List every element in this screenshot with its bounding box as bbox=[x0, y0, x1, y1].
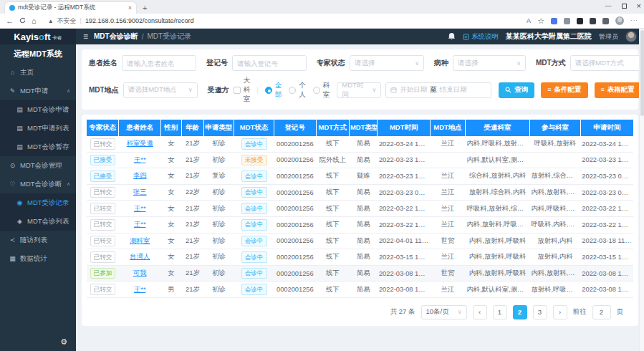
more-menu-icon[interactable]: ··· bbox=[630, 18, 638, 24]
date-range-picker[interactable]: 开始日期 至 结束日期 bbox=[385, 82, 491, 98]
sidebar-item-mdt-apply[interactable]: ✎MDT申请∧ bbox=[0, 82, 76, 100]
status-badge: 会诊中 bbox=[241, 219, 267, 231]
scrollbar-thumb[interactable] bbox=[640, 30, 644, 116]
invitee-radio-全部[interactable]: 全部 bbox=[265, 81, 282, 100]
system-help-link[interactable]: 系统说明 bbox=[463, 32, 499, 42]
patient-name-input[interactable] bbox=[127, 59, 191, 67]
table-row[interactable]: 已转交台湾人女21岁初诊会诊中0002001256线下简易2022-03-15 … bbox=[87, 249, 633, 266]
join-depts-cell: 放射科,综合科,内科 bbox=[529, 168, 580, 185]
notification-bell-icon[interactable] bbox=[448, 32, 456, 41]
mdt-mode-cell: 院外线上 bbox=[316, 152, 349, 168]
search-icon bbox=[505, 87, 511, 93]
browser-profile-avatar[interactable] bbox=[615, 16, 624, 25]
sidebar-item-mdt-consult-draft[interactable]: ▤MDT会诊暂存 bbox=[0, 138, 76, 156]
extension-icon[interactable] bbox=[564, 18, 570, 24]
extension-icon[interactable] bbox=[577, 18, 583, 24]
sidebar-item-follow-up-list[interactable]: ≺随访列表 bbox=[0, 231, 76, 249]
table-config-button[interactable]: ≡ 表格配置 bbox=[595, 82, 641, 98]
mdt-mode-select[interactable]: 请选择MDT方式 ∨ bbox=[570, 55, 644, 71]
close-window-button[interactable]: × bbox=[637, 1, 641, 10]
sliders-icon: ≡ bbox=[547, 87, 551, 93]
sidebar-item-mdt-diagnosis[interactable]: ♡MDT会诊诊断∧ bbox=[0, 175, 76, 193]
user-avatar[interactable] bbox=[625, 31, 637, 42]
table-row[interactable]: 已转交测科室女21岁初诊会诊中0002001256线下简易2022-04-01 … bbox=[87, 233, 633, 249]
table-row[interactable]: 已接受王**女21岁初诊未接受0002001256院外线上简易2022-03-2… bbox=[87, 152, 633, 168]
table-row[interactable]: 已转交张三女22岁初诊会诊中0002001256线下简易2022-03-23 0… bbox=[87, 184, 633, 201]
sidebar-item-mdt-apply-list[interactable]: ▤MDT申请列表 bbox=[0, 119, 76, 138]
favorite-star-icon[interactable]: ☆ bbox=[537, 17, 544, 25]
sidebar-item-mdt-consult-apply[interactable]: ▤MDT会诊申请 bbox=[0, 100, 76, 119]
invitee-radio-个人[interactable]: 个人 bbox=[289, 81, 306, 100]
register-no-cell: 0002001256 bbox=[274, 168, 317, 185]
sidebar-item-mdt-consult-list[interactable]: ◈MDT会诊列表 bbox=[0, 212, 76, 231]
breadcrumb-section[interactable]: MDT会诊诊断 bbox=[94, 32, 138, 42]
patient-name-link[interactable]: 王** bbox=[134, 221, 146, 228]
table-row[interactable]: 已转交王**男21岁初诊会诊中0002001256线下简易2022-03-08 … bbox=[87, 282, 633, 298]
search-button[interactable]: 查询 bbox=[499, 82, 534, 98]
patient-name-link[interactable]: 科室受邀 bbox=[127, 140, 153, 147]
home-icon[interactable]: ⌂ bbox=[32, 17, 37, 25]
patient-name-link[interactable]: 测科室 bbox=[130, 237, 150, 244]
register-no-cell: 0002001256 bbox=[274, 184, 317, 201]
maximize-button[interactable] bbox=[622, 4, 627, 9]
table-row[interactable]: 已转交科室受邀女21岁初诊会诊中0002001256线下简易2022-03-24… bbox=[87, 136, 633, 152]
page-button-2[interactable]: 2 bbox=[513, 305, 527, 319]
back-icon[interactable]: ← bbox=[6, 17, 14, 25]
big-dept-checkbox[interactable] bbox=[234, 87, 241, 94]
mdt-time-select[interactable]: MDT时间 ∨ bbox=[337, 82, 381, 98]
goto-page-input[interactable] bbox=[592, 305, 611, 319]
read-aloud-icon[interactable]: A bbox=[527, 18, 531, 24]
table-row[interactable]: 已参加可我女21岁初诊会诊中0002001256线下简易2022-03-08 1… bbox=[87, 265, 633, 282]
patient-name-link[interactable]: 台湾人 bbox=[130, 253, 150, 260]
prev-page-button[interactable]: ‹ bbox=[473, 305, 487, 319]
start-date-placeholder: 开始日期 bbox=[400, 85, 427, 95]
patient-name-link[interactable]: 王** bbox=[134, 156, 146, 163]
sidebar-item-mdt-record[interactable]: ◉MDT受诊记录 bbox=[0, 193, 76, 212]
refresh-icon[interactable] bbox=[19, 17, 26, 25]
mdt-place-label: MDT地点 bbox=[89, 85, 119, 95]
tab-close-icon[interactable]: × bbox=[128, 4, 132, 11]
patient-name-link[interactable]: 王** bbox=[134, 286, 146, 293]
table-row[interactable]: 已转交王**女21岁初诊会诊中0002001256线下简易2022-03-22 … bbox=[87, 216, 633, 233]
sliders-icon: ≡ bbox=[601, 87, 605, 93]
patient-name-link[interactable]: 李四 bbox=[133, 172, 147, 179]
table-row[interactable]: 已接受李四女21岁复诊会诊中0002001256线下疑难2022-03-23 1… bbox=[87, 168, 633, 185]
condition-config-button[interactable]: ≡ 条件配置 bbox=[541, 82, 587, 98]
register-no-cell: 0002001256 bbox=[274, 282, 317, 298]
extension-icon[interactable] bbox=[602, 18, 609, 24]
page-size-select[interactable]: 10条/页 ∨ bbox=[421, 305, 467, 319]
new-tab-button[interactable]: + bbox=[143, 4, 147, 12]
disease-select[interactable]: 请选择 ∨ bbox=[453, 55, 526, 71]
url-field[interactable]: ▲ 不安全 | 192.168.0.156:9002/consultate/re… bbox=[42, 16, 521, 27]
sidebar-item-statistics[interactable]: ▦数据统计 bbox=[0, 249, 76, 268]
settings-gear-icon[interactable]: ⚙ bbox=[60, 337, 67, 347]
page-button-1[interactable]: 1 bbox=[493, 305, 507, 319]
invitee-radio-科室[interactable]: 科室 bbox=[313, 81, 330, 100]
patient-name-link[interactable]: 张三 bbox=[133, 188, 147, 196]
search-button-label: 查询 bbox=[514, 85, 528, 95]
page-button-3[interactable]: 3 bbox=[533, 305, 547, 319]
browser-tab[interactable]: mdt受诊记录 - 远程MDT系统 × bbox=[4, 1, 137, 14]
register-no-input[interactable] bbox=[237, 59, 302, 67]
column-header: 参与科室 bbox=[529, 120, 580, 136]
patient-name-link[interactable]: 王** bbox=[134, 205, 146, 212]
expert-status-select[interactable]: 请选择 ∨ bbox=[350, 55, 424, 71]
browser-scrollbar[interactable] bbox=[639, 29, 644, 351]
next-page-button[interactable]: › bbox=[553, 305, 567, 319]
sidebar-item-mdt-manage[interactable]: ⊙MDT会诊管理 bbox=[0, 156, 76, 175]
join-depts-cell: 放射科,内科 bbox=[529, 249, 580, 266]
gender-cell: 女 bbox=[161, 168, 182, 185]
collapse-menu-icon[interactable]: ≡ bbox=[83, 32, 88, 42]
extension-icon[interactable] bbox=[590, 18, 596, 24]
mdt-place-select[interactable]: 请选择MDT地点 ∨ bbox=[123, 82, 198, 98]
sidebar-item-home[interactable]: ⌂主页 bbox=[0, 63, 76, 82]
apply-time-cell: 2022-03-22 16:31:36 bbox=[580, 201, 633, 217]
column-header: 年龄 bbox=[181, 120, 203, 136]
patient-name-link[interactable]: 可我 bbox=[133, 269, 147, 277]
table-row[interactable]: 已转交王**女21岁初诊会诊中0002001256线下简易2022-03-22 … bbox=[87, 201, 633, 217]
extension-icon[interactable] bbox=[551, 18, 557, 24]
minimize-button[interactable]: — bbox=[605, 2, 612, 9]
mdt-place-placeholder: 请选择MDT地点 bbox=[128, 85, 177, 95]
condition-config-label: 条件配置 bbox=[554, 85, 582, 95]
filter-expert-status: 专家状态 请选择 ∨ bbox=[317, 55, 424, 71]
